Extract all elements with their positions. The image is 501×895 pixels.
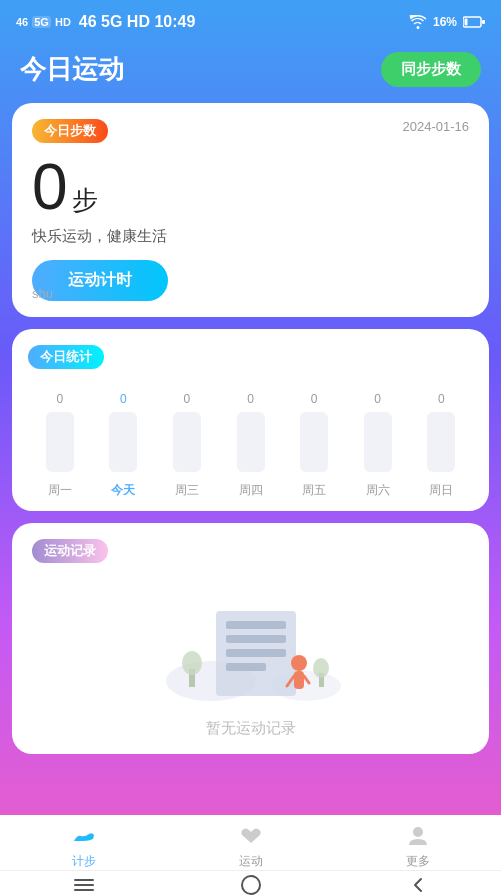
chart-col-周三: 0周三 xyxy=(155,392,219,499)
bar-container xyxy=(364,412,392,472)
bar-container xyxy=(300,412,328,472)
empty-records-text: 暂无运动记录 xyxy=(206,719,296,738)
chart-col-周一: 0周一 xyxy=(28,392,92,499)
stats-card: 今日统计 0周一0今天0周三0周四0周五0周六0周日 xyxy=(12,329,489,511)
bar-container xyxy=(427,412,455,472)
system-nav-bar xyxy=(0,870,501,895)
battery-icon xyxy=(463,16,485,28)
chart-area: 0周一0今天0周三0周四0周五0周六0周日 xyxy=(28,389,473,499)
svg-rect-9 xyxy=(226,663,266,671)
chart-col-今天: 0今天 xyxy=(92,392,156,499)
records-card: 运动记录 xyxy=(12,523,489,754)
nav-label-more: 更多 xyxy=(406,853,430,870)
svg-point-10 xyxy=(291,655,307,671)
svg-rect-2 xyxy=(482,20,485,24)
person-icon xyxy=(405,823,431,849)
shu-label: shu xyxy=(32,286,53,301)
chart-col-周日: 0周日 xyxy=(409,392,473,499)
steps-number-row: 0 步 xyxy=(32,155,469,219)
bar-label: 周日 xyxy=(429,482,453,499)
bar-label: 周五 xyxy=(302,482,326,499)
bar-value: 0 xyxy=(56,392,63,406)
battery-percent: 16% xyxy=(433,15,457,29)
wifi-icon xyxy=(409,15,427,29)
chart-col-周五: 0周五 xyxy=(282,392,346,499)
shoe-icon xyxy=(71,823,97,849)
signal-text: 46 xyxy=(16,16,28,28)
bar-label: 今天 xyxy=(111,482,135,499)
status-left: 46 5G HD 46 5G HD 10:49 xyxy=(16,13,195,31)
empty-svg xyxy=(151,581,351,711)
records-badge: 运动记录 xyxy=(32,539,108,563)
status-right: 16% xyxy=(409,15,485,29)
status-bar: 46 5G HD 46 5G HD 10:49 16% xyxy=(0,0,501,44)
bar-value: 0 xyxy=(184,392,191,406)
nav-menu-icon[interactable] xyxy=(57,872,111,896)
steps-count: 0 xyxy=(32,155,68,219)
svg-point-17 xyxy=(313,658,329,678)
5g-icon: 5G xyxy=(32,16,51,28)
steps-unit: 步 xyxy=(72,183,98,218)
bar-value: 0 xyxy=(311,392,318,406)
svg-rect-6 xyxy=(226,621,286,629)
chart-col-周六: 0周六 xyxy=(346,392,410,499)
svg-rect-7 xyxy=(226,635,286,643)
bar-value: 0 xyxy=(374,392,381,406)
nav-label-step: 计步 xyxy=(72,853,96,870)
time-display: 46 5G HD 10:49 xyxy=(79,13,196,31)
bar-label: 周一 xyxy=(48,482,72,499)
bar-value: 0 xyxy=(120,392,127,406)
hd-icon: HD xyxy=(55,16,71,28)
bar-container xyxy=(46,412,74,472)
heart-icon xyxy=(238,823,264,849)
bar-container xyxy=(173,412,201,472)
bar-container xyxy=(109,412,137,472)
sync-steps-button[interactable]: 同步步数 xyxy=(381,52,481,87)
date-display: 2024-01-16 xyxy=(403,119,470,134)
bar-container xyxy=(237,412,265,472)
bar-label: 周四 xyxy=(239,482,263,499)
steps-badge: 今日步数 xyxy=(32,119,108,143)
svg-rect-1 xyxy=(465,19,468,26)
empty-illustration xyxy=(151,581,351,711)
bar-value: 0 xyxy=(438,392,445,406)
svg-rect-8 xyxy=(226,649,286,657)
nav-item-step[interactable]: 计步 xyxy=(0,815,167,870)
nav-label-exercise: 运动 xyxy=(239,853,263,870)
nav-item-more[interactable]: 更多 xyxy=(334,815,501,870)
nav-item-exercise[interactable]: 运动 xyxy=(167,815,334,870)
nav-home-icon[interactable] xyxy=(224,870,278,896)
main-content: 今日步数 2024-01-16 0 步 快乐运动，健康生活 运动计时 shu 今… xyxy=(0,103,501,754)
svg-point-22 xyxy=(242,876,260,894)
steps-slogan: 快乐运动，健康生活 xyxy=(32,227,469,246)
stats-badge: 今日统计 xyxy=(28,345,104,369)
bar-value: 0 xyxy=(247,392,254,406)
bar-label: 周六 xyxy=(366,482,390,499)
bar-label: 周三 xyxy=(175,482,199,499)
page-title: 今日运动 xyxy=(20,52,124,87)
page-header: 今日运动 同步步数 xyxy=(0,44,501,103)
svg-rect-11 xyxy=(294,671,304,689)
chart-col-周四: 0周四 xyxy=(219,392,283,499)
steps-card: 今日步数 2024-01-16 0 步 快乐运动，健康生活 运动计时 shu xyxy=(12,103,489,317)
svg-point-15 xyxy=(182,651,202,675)
nav-back-icon[interactable] xyxy=(391,870,445,896)
bottom-nav: 计步 运动 更多 xyxy=(0,815,501,895)
svg-point-18 xyxy=(413,827,423,837)
nav-items: 计步 运动 更多 xyxy=(0,815,501,870)
